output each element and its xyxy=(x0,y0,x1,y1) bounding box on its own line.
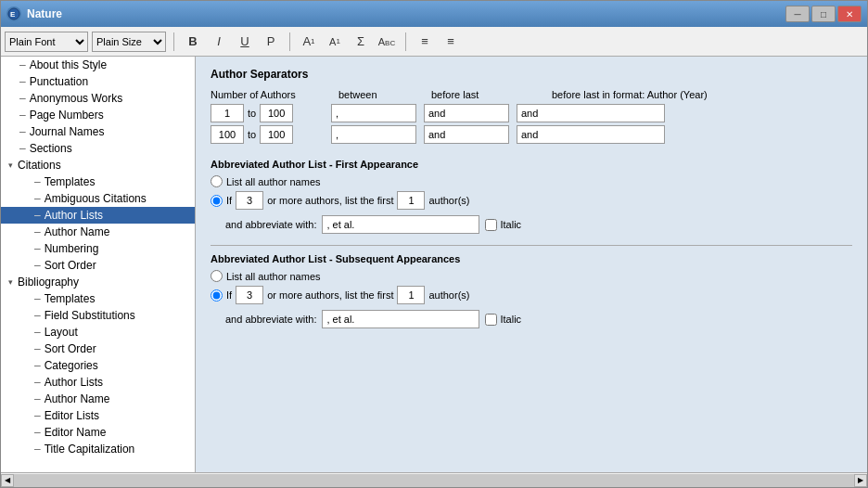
title-bar: E Nature ─ □ ✕ xyxy=(1,1,867,27)
small-caps-button[interactable]: Abc xyxy=(376,32,398,52)
align-left-button[interactable]: ≡ xyxy=(414,32,436,52)
first-abbreviate-input[interactable] xyxy=(322,215,479,234)
sidebar: – About this Style – Punctuation – Anony… xyxy=(1,57,196,472)
app-icon: E xyxy=(6,6,21,21)
sidebar-item-journal-names[interactable]: – Journal Names xyxy=(1,123,195,140)
first-list-all-label: List all author names xyxy=(226,176,321,187)
subseq-or-more-label: or more authors, list the first xyxy=(267,289,393,301)
first-italic-checkbox[interactable] xyxy=(485,219,497,231)
size-selector[interactable]: Plain Size xyxy=(92,32,166,52)
bottom-scrollbar-area: ◀ ▶ xyxy=(1,472,867,487)
col-header-format: before last in format: Author (Year) xyxy=(552,88,852,101)
subseq-if-label: If xyxy=(226,289,232,301)
format-input-2[interactable] xyxy=(517,125,665,144)
subseq-first-value[interactable] xyxy=(397,286,425,304)
first-if-radio[interactable] xyxy=(211,195,223,207)
subseq-italic-checkbox[interactable] xyxy=(485,314,497,326)
first-if-row: If or more authors, list the first autho… xyxy=(211,191,852,210)
subsequent-appearances-title: Abbreviated Author List - Subsequent App… xyxy=(211,253,852,264)
subseq-if-value[interactable] xyxy=(236,286,263,304)
superscript-button[interactable]: A1 xyxy=(298,32,320,52)
num-range-1: to xyxy=(211,104,331,122)
subseq-list-all-label: List all author names xyxy=(226,271,321,282)
sidebar-item-punctuation[interactable]: – Punctuation xyxy=(1,73,195,90)
separator-row-1: to xyxy=(211,104,852,122)
first-abbreviate-row: and abbreviate with: Italic xyxy=(211,215,852,234)
first-appearance-section: Abbreviated Author List - First Appearan… xyxy=(211,159,852,234)
sigma-button[interactable]: Σ xyxy=(350,32,372,52)
sidebar-item-about-style[interactable]: – About this Style xyxy=(1,57,195,73)
before-last-input-1[interactable] xyxy=(424,104,509,122)
first-first-value[interactable] xyxy=(397,191,425,210)
sidebar-item-editor-lists[interactable]: – Editor Lists xyxy=(1,407,195,424)
underline-button[interactable]: U xyxy=(234,32,256,52)
sidebar-item-numbering[interactable]: – Numbering xyxy=(1,240,195,257)
sidebar-item-citations[interactable]: ▾ Citations xyxy=(1,157,195,173)
col-header-number: Number of Authors xyxy=(211,88,338,101)
before-last-input-2[interactable] xyxy=(424,125,509,144)
sidebar-item-sort-order[interactable]: – Sort Order xyxy=(1,257,195,274)
dot-icon: – xyxy=(34,225,41,238)
to-input-1[interactable] xyxy=(260,104,293,122)
italic-button[interactable]: I xyxy=(208,32,230,52)
sidebar-item-author-lists[interactable]: – Author Lists xyxy=(1,207,195,224)
svg-text:E: E xyxy=(10,10,16,19)
bold-button[interactable]: B xyxy=(182,32,204,52)
sidebar-item-bib-templates[interactable]: – Templates xyxy=(1,290,195,307)
main-window: E Nature ─ □ ✕ Plain Font Plain Size B I… xyxy=(0,0,868,488)
sidebar-item-anonymous-works[interactable]: – Anonymous Works xyxy=(1,90,195,107)
dot-icon: – xyxy=(34,309,41,322)
subseq-authors-label: author(s) xyxy=(428,289,469,301)
first-if-value[interactable] xyxy=(236,191,263,210)
col-header-between: between xyxy=(338,88,431,101)
title-bar-left: E Nature xyxy=(6,6,62,21)
subseq-if-radio[interactable] xyxy=(211,289,223,302)
dot-icon: – xyxy=(34,292,41,305)
dot-icon: – xyxy=(19,125,26,138)
from-input-2[interactable] xyxy=(211,125,244,144)
subseq-list-all-radio[interactable] xyxy=(211,270,223,282)
dot-icon: – xyxy=(19,75,26,88)
sidebar-item-categories[interactable]: – Categories xyxy=(1,357,195,374)
close-button[interactable]: ✕ xyxy=(837,6,862,22)
scroll-right-button[interactable]: ▶ xyxy=(854,474,867,487)
sidebar-item-citations-templates[interactable]: – Templates xyxy=(1,173,195,190)
align-right-button[interactable]: ≡ xyxy=(440,32,462,52)
sidebar-item-ambiguous-citations[interactable]: – Ambiguous Citations xyxy=(1,190,195,207)
font-selector[interactable]: Plain Font xyxy=(5,32,88,52)
subseq-if-row: If or more authors, list the first autho… xyxy=(211,286,852,304)
sidebar-item-layout[interactable]: – Layout xyxy=(1,324,195,340)
sidebar-item-page-numbers[interactable]: – Page Numbers xyxy=(1,107,195,123)
subseq-abbreviate-input[interactable] xyxy=(322,310,479,328)
to-label-1: to xyxy=(248,108,256,119)
separator-row-2: to xyxy=(211,125,852,144)
plain-button[interactable]: P xyxy=(260,32,282,52)
sidebar-item-title-capitalization[interactable]: – Title Capitalization xyxy=(1,441,195,457)
sidebar-item-editor-name[interactable]: – Editor Name xyxy=(1,424,195,441)
sidebar-item-bib-author-name[interactable]: – Author Name xyxy=(1,391,195,407)
sidebar-item-sections[interactable]: – Sections xyxy=(1,140,195,157)
sidebar-item-bib-author-lists[interactable]: – Author Lists xyxy=(1,374,195,391)
first-list-all-radio[interactable] xyxy=(211,175,223,187)
from-input-1[interactable] xyxy=(211,104,244,122)
maximize-button[interactable]: □ xyxy=(811,6,836,22)
minimize-button[interactable]: ─ xyxy=(785,6,810,22)
to-input-2[interactable] xyxy=(260,125,293,144)
first-list-all-row: List all author names xyxy=(211,175,852,187)
scroll-track[interactable] xyxy=(14,474,854,487)
subseq-abbreviate-row: and abbreviate with: Italic xyxy=(211,310,852,328)
sidebar-item-bib-sort-order[interactable]: – Sort Order xyxy=(1,340,195,357)
dot-icon: – xyxy=(34,376,41,389)
subsequent-appearances-section: Abbreviated Author List - Subsequent App… xyxy=(211,253,852,328)
first-abbreviate-label: and abbreviate with: xyxy=(225,219,316,230)
between-input-2[interactable] xyxy=(331,125,416,144)
sidebar-item-bibliography[interactable]: ▾ Bibliography xyxy=(1,274,195,290)
dot-icon: – xyxy=(19,109,26,122)
subscript-button[interactable]: A1 xyxy=(324,32,346,52)
sidebar-item-author-name[interactable]: – Author Name xyxy=(1,224,195,240)
dot-icon: – xyxy=(34,259,41,272)
sidebar-item-field-substitutions[interactable]: – Field Substitutions xyxy=(1,307,195,324)
between-input-1[interactable] xyxy=(331,104,416,122)
scroll-left-button[interactable]: ◀ xyxy=(1,474,14,487)
format-input-1[interactable] xyxy=(517,104,665,122)
